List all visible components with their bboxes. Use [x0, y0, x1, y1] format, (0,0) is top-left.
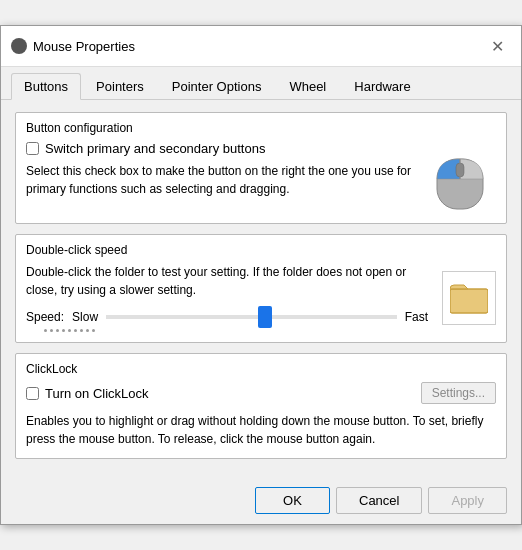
tick-5: [68, 329, 71, 332]
tick-7: [80, 329, 83, 332]
tick-4: [62, 329, 65, 332]
tab-pointers[interactable]: Pointers: [83, 73, 157, 99]
primary-secondary-row: Switch primary and secondary buttons: [26, 141, 414, 156]
tab-content: Button configuration Switch primary and …: [1, 100, 521, 479]
svg-rect-3: [450, 289, 488, 313]
folder-icon-container[interactable]: [442, 271, 496, 325]
tab-pointer-options[interactable]: Pointer Options: [159, 73, 275, 99]
button-config-description: Select this check box to make the button…: [26, 162, 414, 198]
slider-ticks: [26, 329, 428, 332]
button-config-left: Switch primary and secondary buttons Sel…: [26, 141, 414, 198]
speed-slider[interactable]: [106, 315, 397, 319]
footer: OK Cancel Apply: [1, 479, 521, 524]
window-title: Mouse Properties: [33, 39, 483, 54]
double-click-title: Double-click speed: [26, 243, 496, 257]
button-config-title: Button configuration: [26, 121, 496, 135]
mouse-illustration: [431, 141, 489, 213]
tab-hardware[interactable]: Hardware: [341, 73, 423, 99]
apply-button[interactable]: Apply: [428, 487, 507, 514]
tick-6: [74, 329, 77, 332]
cancel-button[interactable]: Cancel: [336, 487, 422, 514]
double-click-description: Double-click the folder to test your set…: [26, 263, 428, 299]
clicklock-label: Turn on ClickLock: [45, 386, 149, 401]
window-icon: [11, 38, 27, 54]
button-config-section: Button configuration Switch primary and …: [15, 112, 507, 224]
title-bar: Mouse Properties ✕: [1, 26, 521, 67]
double-click-section: Double-click speed Double-click the fold…: [15, 234, 507, 343]
speed-slider-container: [106, 307, 397, 327]
clicklock-settings-button[interactable]: Settings...: [421, 382, 496, 404]
clicklock-title: ClickLock: [26, 362, 496, 376]
close-button[interactable]: ✕: [483, 34, 511, 58]
speed-row: Speed: Slow Fast: [26, 307, 428, 327]
tick-8: [86, 329, 89, 332]
clicklock-row: Turn on ClickLock Settings...: [26, 382, 496, 404]
tick-3: [56, 329, 59, 332]
button-config-body: Switch primary and secondary buttons Sel…: [26, 141, 496, 213]
mouse-properties-window: Mouse Properties ✕ Buttons Pointers Poin…: [0, 25, 522, 525]
folder-icon: [450, 281, 488, 315]
slow-label: Slow: [72, 310, 98, 324]
double-click-left: Double-click the folder to test your set…: [26, 263, 428, 332]
tick-2: [50, 329, 53, 332]
clicklock-checkbox[interactable]: [26, 387, 39, 400]
ok-button[interactable]: OK: [255, 487, 330, 514]
tab-buttons[interactable]: Buttons: [11, 73, 81, 100]
clicklock-description: Enables you to highlight or drag without…: [26, 412, 496, 448]
double-click-body: Double-click the folder to test your set…: [26, 263, 496, 332]
switch-buttons-label: Switch primary and secondary buttons: [45, 141, 265, 156]
clicklock-left: Turn on ClickLock: [26, 386, 149, 401]
tick-9: [92, 329, 95, 332]
fast-label: Fast: [405, 310, 428, 324]
clicklock-section: ClickLock Turn on ClickLock Settings... …: [15, 353, 507, 459]
speed-label: Speed:: [26, 310, 64, 324]
tab-wheel[interactable]: Wheel: [276, 73, 339, 99]
mouse-icon-container: [424, 141, 496, 213]
switch-buttons-checkbox[interactable]: [26, 142, 39, 155]
tabs-bar: Buttons Pointers Pointer Options Wheel H…: [1, 67, 521, 100]
tick-1: [44, 329, 47, 332]
